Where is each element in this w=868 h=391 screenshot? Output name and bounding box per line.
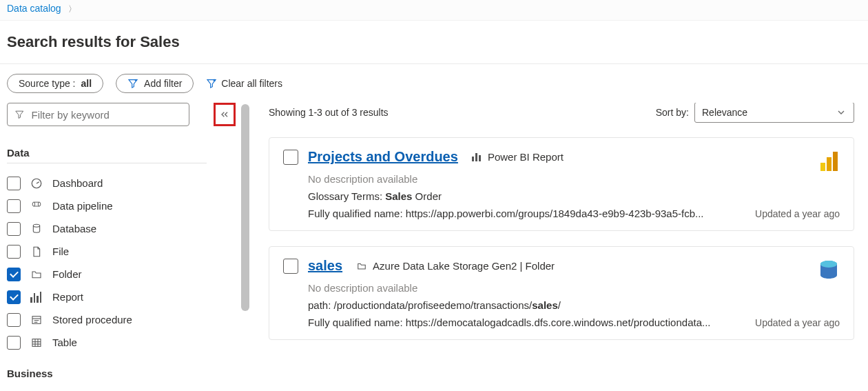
facet-label: Data pipeline	[52, 200, 113, 212]
collapse-sidebar-button[interactable]	[214, 103, 236, 126]
filter-bar: Source type : all Add filter Clear all f…	[0, 64, 868, 103]
page-title: Search results for Sales	[0, 21, 868, 64]
database-icon	[30, 223, 43, 235]
checkbox[interactable]	[7, 222, 21, 236]
chevron-double-left-icon	[219, 109, 230, 120]
pipeline-icon	[30, 201, 43, 211]
funnel-plus-icon	[127, 78, 138, 89]
source-type-pill-label: Source type :	[19, 78, 76, 89]
svg-point-2	[38, 202, 41, 206]
keyword-input[interactable]	[30, 108, 183, 121]
checkbox[interactable]	[7, 199, 21, 213]
gauge-icon	[30, 177, 43, 190]
stored-procedure-icon	[30, 314, 43, 325]
checkbox-checked[interactable]	[7, 268, 21, 281]
facet-row-report[interactable]: Report	[7, 285, 241, 308]
svg-rect-17	[833, 152, 838, 171]
facet-group-business: Business	[7, 368, 241, 379]
add-filter-label: Add filter	[144, 78, 182, 89]
facet-label: File	[52, 245, 69, 257]
svg-point-19	[820, 261, 837, 268]
source-type-pill[interactable]: Source type : all	[7, 74, 103, 93]
facet-row-table[interactable]: Table	[7, 331, 241, 354]
add-filter-button[interactable]: Add filter	[116, 74, 194, 93]
breadcrumb-root-link[interactable]: Data catalog	[7, 3, 61, 14]
result-description: No description available	[308, 282, 840, 294]
result-card[interactable]: Projects and Overdues Power BI Report No…	[269, 137, 854, 231]
facet-label: Database	[52, 223, 96, 234]
datalake-logo-icon	[818, 259, 840, 281]
chevron-right-icon: 〉	[68, 4, 76, 14]
file-icon	[30, 245, 43, 258]
facet-label: Dashboard	[52, 177, 103, 189]
checkbox[interactable]	[7, 177, 21, 190]
facet-row-folder[interactable]: Folder	[7, 263, 241, 285]
sort-label: Sort by:	[656, 107, 689, 118]
facet-row-database[interactable]: Database	[7, 217, 241, 240]
checkbox[interactable]	[7, 313, 21, 327]
facet-row-file[interactable]: File	[7, 240, 241, 263]
svg-rect-16	[827, 157, 831, 171]
result-checkbox[interactable]	[283, 150, 298, 165]
clear-filters-button[interactable]: Clear all filters	[206, 78, 282, 89]
sidebar-scroll-thumb[interactable]	[241, 104, 249, 311]
breadcrumb: Data catalog 〉	[0, 0, 868, 21]
facet-sidebar: Data Dashboard Data	[0, 103, 248, 391]
funnel-icon	[14, 109, 25, 120]
facet-row-stored-procedure[interactable]: Stored procedure	[7, 308, 241, 331]
results-pane: Showing 1-3 out of 3 results Sort by: Re…	[248, 103, 868, 391]
svg-point-1	[32, 202, 35, 206]
facet-group-data: Data	[7, 147, 207, 163]
bar-chart-icon	[30, 292, 43, 303]
facet-label: Table	[52, 337, 77, 348]
chevron-down-icon	[836, 107, 847, 118]
result-glossary: Glossary Terms: Sales Order	[308, 190, 840, 202]
folder-icon	[30, 269, 43, 280]
folder-icon	[356, 261, 367, 271]
result-title-link[interactable]: Projects and Overdues	[308, 149, 458, 165]
result-updated: Updated a year ago	[755, 208, 840, 219]
keyword-filter[interactable]	[7, 103, 189, 126]
result-card[interactable]: sales Azure Data Lake Storage Gen2 | Fol…	[269, 246, 854, 340]
powerbi-logo-icon	[818, 150, 840, 172]
funnel-clear-icon	[206, 78, 217, 89]
facet-label: Report	[52, 291, 83, 303]
results-count: Showing 1-3 out of 3 results	[269, 107, 389, 118]
checkbox[interactable]	[7, 245, 21, 259]
facet-row-data-pipeline[interactable]: Data pipeline	[7, 194, 241, 217]
result-updated: Updated a year ago	[755, 317, 840, 328]
sort-select[interactable]: Relevance	[694, 103, 854, 123]
checkbox[interactable]	[7, 336, 21, 350]
result-type: Power BI Report	[488, 151, 564, 163]
facet-label: Folder	[52, 268, 82, 280]
svg-point-5	[33, 224, 39, 227]
result-title-link[interactable]: sales	[308, 258, 342, 274]
table-icon	[30, 337, 43, 348]
source-type-pill-value: all	[81, 78, 92, 89]
result-description: No description available	[308, 173, 840, 185]
clear-filters-label: Clear all filters	[221, 78, 282, 89]
sort-value: Relevance	[702, 107, 747, 118]
svg-rect-15	[820, 163, 825, 171]
facet-label: Stored procedure	[52, 314, 132, 325]
result-type: Azure Data Lake Storage Gen2 | Folder	[373, 260, 555, 272]
result-checkbox[interactable]	[283, 259, 298, 274]
report-icon	[472, 153, 482, 161]
checkbox-checked[interactable]	[7, 290, 21, 304]
facet-row-dashboard[interactable]: Dashboard	[7, 172, 241, 194]
result-path: path: /productiondata/profiseedemo/trans…	[308, 299, 840, 311]
svg-rect-10	[32, 339, 41, 346]
